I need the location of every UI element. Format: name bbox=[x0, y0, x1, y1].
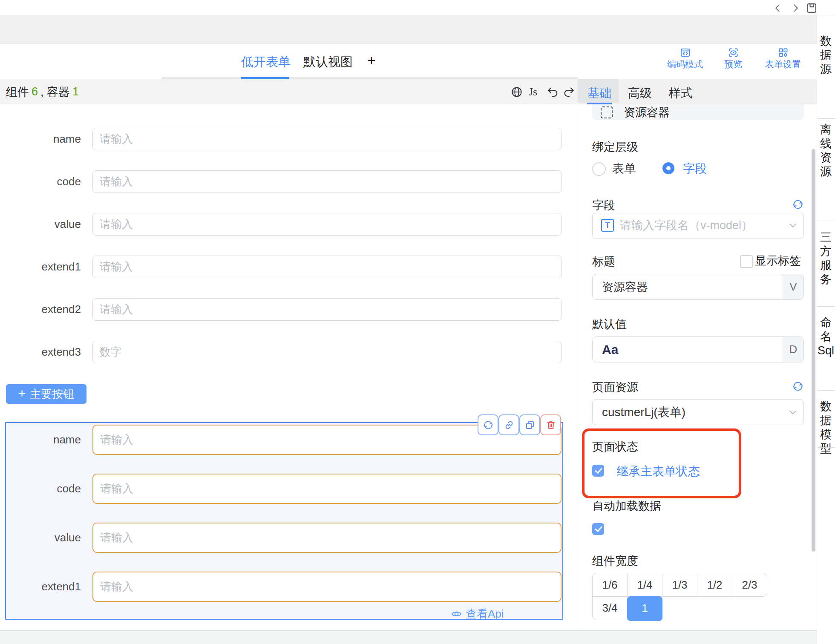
sidebar-item-offline-resource[interactable]: 离线资源 bbox=[817, 123, 835, 179]
container-copy-button[interactable] bbox=[519, 414, 540, 435]
component-width-label: 组件宽度 bbox=[592, 553, 638, 569]
page-resource-refresh-icon[interactable] bbox=[792, 380, 804, 392]
extend3-input[interactable] bbox=[92, 341, 561, 363]
width-option-3-4[interactable]: 3/4 bbox=[592, 596, 628, 620]
component-count-title: 组件 6 , 容器 1 bbox=[6, 79, 81, 104]
sidebar-item-named-sql[interactable]: 命名Sql bbox=[817, 316, 835, 358]
default-value-input[interactable]: Aa D bbox=[592, 336, 804, 362]
width-option-2-3[interactable]: 2/3 bbox=[732, 573, 767, 597]
sidebar-item-data-source[interactable]: 数据源 bbox=[817, 34, 835, 76]
container-code-input[interactable] bbox=[92, 474, 561, 504]
container-extend1-input[interactable] bbox=[92, 572, 561, 602]
back-icon[interactable] bbox=[772, 2, 784, 14]
preview-label: 预览 bbox=[724, 59, 742, 69]
forward-icon[interactable] bbox=[789, 2, 801, 14]
name-input[interactable] bbox=[92, 128, 561, 150]
panel-tab-style[interactable]: 样式 bbox=[669, 85, 693, 101]
plus-icon: + bbox=[18, 386, 26, 401]
field-label: value bbox=[26, 213, 81, 236]
container-delete-button[interactable] bbox=[540, 414, 561, 435]
width-option-1-6[interactable]: 1/6 bbox=[592, 573, 628, 597]
component-count: 6 bbox=[32, 85, 38, 98]
radio-field[interactable] bbox=[662, 162, 674, 174]
code-mode-label: 编码模式 bbox=[667, 59, 703, 69]
chevron-down-icon bbox=[787, 407, 798, 418]
js-editor-button[interactable]: Js bbox=[529, 79, 537, 104]
redo-icon[interactable] bbox=[562, 79, 575, 104]
sidebar-divider bbox=[817, 306, 835, 307]
field-label: extend3 bbox=[26, 341, 81, 363]
show-label-checkbox[interactable] bbox=[740, 255, 753, 268]
view-api-label: 查看Api bbox=[466, 607, 504, 621]
canvas-header bbox=[0, 79, 578, 104]
code-mode-button[interactable]: 编码模式 bbox=[662, 47, 708, 70]
sidebar-divider bbox=[817, 390, 835, 391]
auto-load-checkbox[interactable] bbox=[592, 523, 604, 535]
inherit-state-checkbox[interactable] bbox=[592, 465, 604, 477]
add-view-button[interactable]: + bbox=[367, 52, 376, 69]
extend1-input[interactable] bbox=[92, 256, 561, 278]
field-label: name bbox=[26, 425, 81, 455]
field-label: code bbox=[26, 170, 81, 193]
form-settings-button[interactable]: 表单设置 bbox=[760, 47, 806, 70]
form-settings-icon bbox=[760, 47, 806, 58]
chevron-down-icon bbox=[787, 220, 798, 231]
show-label-text[interactable]: 显示标签 bbox=[755, 254, 801, 266]
field-select[interactable]: T 请输入字段名（v-model） bbox=[592, 212, 804, 239]
title-variable-suffix[interactable]: V bbox=[783, 274, 803, 299]
primary-button[interactable]: + 主要按钮 bbox=[6, 384, 86, 404]
view-api-link[interactable]: 查看Api bbox=[451, 607, 504, 621]
sidebar-divider bbox=[817, 118, 835, 119]
container-refresh-button[interactable] bbox=[478, 414, 498, 435]
sidebar-divider bbox=[817, 221, 835, 221]
footer-strip bbox=[0, 630, 817, 644]
radio-form[interactable] bbox=[592, 162, 606, 176]
sidebar-divider bbox=[817, 447, 835, 448]
panel-divider bbox=[578, 79, 578, 630]
eye-icon bbox=[451, 608, 462, 620]
resource-container-icon bbox=[601, 106, 613, 118]
preview-button[interactable]: 预览 bbox=[710, 47, 757, 70]
page-state-label: 页面状态 bbox=[592, 439, 638, 454]
default-value-text: Aa bbox=[602, 337, 618, 362]
width-option-full[interactable]: 1 bbox=[627, 596, 662, 621]
panel-scrollbar[interactable] bbox=[812, 149, 815, 552]
radio-field-label[interactable]: 字段 bbox=[683, 162, 707, 174]
width-option-1-2[interactable]: 1/2 bbox=[697, 573, 732, 597]
page-resource-select[interactable]: custmerLj(表单) bbox=[592, 399, 804, 425]
component-tree-item-label: 资源容器 bbox=[624, 105, 670, 120]
field-label: extend1 bbox=[26, 572, 81, 602]
tab-default-view[interactable]: 默认视图 bbox=[303, 54, 353, 71]
panel-tab-basic[interactable]: 基础 bbox=[587, 85, 611, 101]
width-option-1-4[interactable]: 1/4 bbox=[627, 573, 662, 597]
title-input[interactable]: 资源容器 V bbox=[592, 274, 804, 300]
field-label: extend1 bbox=[26, 256, 81, 278]
component-tree-item[interactable]: 资源容器 bbox=[592, 104, 804, 120]
field-refresh-icon[interactable] bbox=[792, 198, 804, 210]
tab-low-code-form[interactable]: 低开表单 bbox=[241, 54, 291, 71]
inherit-state-label[interactable]: 继承主表单状态 bbox=[616, 465, 700, 477]
panel-tab-advanced[interactable]: 高级 bbox=[628, 85, 652, 101]
save-icon[interactable] bbox=[806, 2, 818, 14]
form-designer-app: 低开表单 默认视图 + 编码模式 预览 表单设置 基础 高级 样式 组件 bbox=[0, 0, 835, 644]
default-value-suffix[interactable]: D bbox=[783, 337, 803, 362]
page-resource-value: custmerLj(表单) bbox=[602, 404, 685, 420]
container-value-input[interactable] bbox=[92, 523, 561, 553]
preview-eye-icon bbox=[710, 47, 757, 58]
extend2-input[interactable] bbox=[92, 298, 561, 321]
container-link-button[interactable] bbox=[498, 414, 519, 435]
title-input-value: 资源容器 bbox=[602, 274, 648, 299]
field-label: code bbox=[26, 474, 81, 504]
width-option-1-3[interactable]: 1/3 bbox=[662, 573, 697, 597]
page-resource-label: 页面资源 bbox=[592, 380, 638, 395]
sidebar-item-third-party-service[interactable]: 三方服务 bbox=[817, 230, 835, 287]
value-input[interactable] bbox=[92, 213, 561, 236]
top-bar bbox=[0, 0, 835, 15]
undo-icon[interactable] bbox=[547, 79, 559, 104]
i18n-globe-icon[interactable] bbox=[510, 79, 523, 104]
field-label: extend2 bbox=[26, 298, 81, 321]
radio-form-label[interactable]: 表单 bbox=[612, 162, 636, 174]
field-section-label: 字段 bbox=[592, 198, 615, 213]
code-input[interactable] bbox=[92, 170, 561, 193]
field-select-placeholder: 请输入字段名（v-model） bbox=[620, 218, 753, 233]
